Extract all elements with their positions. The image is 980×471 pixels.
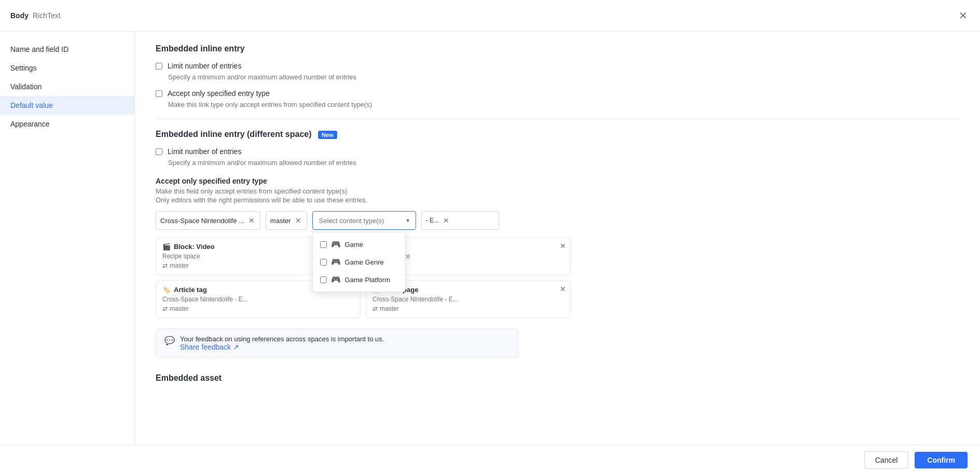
card-unit-remove[interactable]: ✕ (560, 242, 566, 250)
modal-title: Body RichText (10, 11, 61, 20)
new-badge: New (318, 131, 337, 139)
card-homepage-branch: ⇄ master (372, 305, 564, 312)
modal-header: Body RichText ✕ (0, 0, 980, 32)
limit-entries-label[interactable]: Limit number of entries (168, 62, 241, 70)
embedded-inline-different-section: Embedded inline entry (different space) … (156, 130, 959, 358)
accept-only-desc2: Only editors with the right permissions … (156, 196, 959, 204)
select-content-type-wrapper: Select content type(s) ▾ 🎮 Game (312, 211, 416, 230)
confirm-button[interactable]: Confirm (915, 452, 968, 468)
branch-icon-4: ⇄ (372, 305, 378, 312)
share-feedback-link[interactable]: Share feedback ↗ (180, 343, 384, 351)
dropdown-item-game-platform[interactable]: 🎮 Game Platform (313, 271, 405, 288)
space-tag-1-label: Cross-Space Nintendolife ... (160, 217, 244, 225)
sidebar: Name and field ID Settings Validation De… (0, 32, 135, 445)
game-genre-checkbox[interactable] (320, 259, 327, 266)
dropdown-item-game[interactable]: 🎮 Game (313, 236, 405, 253)
game-genre-label: Game Genre (345, 258, 384, 266)
limit-entries-desc-2: Specify a minimum and/or maximum allowed… (168, 159, 959, 167)
modal-body: Name and field ID Settings Validation De… (0, 32, 980, 445)
accept-type-label[interactable]: Accept only specified entry type (168, 89, 270, 98)
embedded-inline-entry-section: Embedded inline entry Limit number of en… (156, 44, 959, 108)
game-platform-icon: 🎮 (331, 275, 341, 284)
sidebar-item-validation[interactable]: Validation (0, 77, 134, 96)
section-title-different: Embedded inline entry (different space) … (156, 130, 959, 139)
space-tag-1-remove[interactable]: ✕ (247, 216, 256, 225)
card-article-tag-branch: ⇄ master (162, 305, 354, 312)
close-button[interactable]: ✕ (957, 7, 970, 24)
cancel-button[interactable]: Cancel (864, 451, 909, 469)
select-placeholder: Select content type(s) (319, 217, 384, 225)
card-block-video-icon: 🎬 (162, 243, 171, 251)
limit-entries-desc: Specify a minimum and/or maximum allowed… (168, 73, 959, 81)
select-content-type-button[interactable]: Select content type(s) ▾ (312, 211, 416, 230)
space-tag-2-remove[interactable]: ✕ (294, 216, 302, 225)
main-content: Embedded inline entry Limit number of en… (135, 32, 980, 445)
third-card-tag: - E... ✕ (421, 211, 499, 230)
accept-type-desc: Make this link type only accept entries … (168, 101, 959, 108)
sidebar-item-default-value[interactable]: Default value (0, 96, 134, 115)
space-tag-2: master ✕ (266, 211, 307, 230)
space-selector-row: Cross-Space Nintendolife ... ✕ master ✕ … (156, 211, 959, 230)
embedded-asset-title: Embedded asset (156, 373, 959, 383)
modal-title-type: RichText (33, 11, 61, 20)
game-genre-icon: 🎮 (331, 257, 341, 267)
accept-only-desc1: Make this field only accept entries from… (156, 187, 959, 195)
feedback-box: 💬 Your feedback on using references acro… (156, 328, 519, 358)
branch-icon: ⇄ (162, 262, 168, 269)
limit-entries-row-2: Limit number of entries (156, 147, 959, 156)
share-feedback-label: Share feedback (180, 343, 231, 351)
modal-title-text: Body (10, 11, 29, 20)
third-card-label: - E... (426, 217, 439, 224)
game-platform-checkbox[interactable] (320, 276, 327, 283)
accept-only-section: Accept only specified entry type Make th… (156, 177, 959, 204)
limit-entries-label-2[interactable]: Limit number of entries (168, 147, 241, 156)
game-checkbox[interactable] (320, 241, 327, 248)
game-platform-label: Game Platform (345, 276, 390, 284)
game-label: Game (345, 241, 363, 248)
space-tag-2-label: master (270, 217, 291, 225)
feedback-content: Your feedback on using references across… (180, 335, 384, 351)
branch-icon-3: ⇄ (162, 305, 168, 312)
space-tag-1: Cross-Space Nintendolife ... ✕ (156, 211, 260, 230)
dropdown-item-game-genre[interactable]: 🎮 Game Genre (313, 253, 405, 271)
limit-entries-checkbox-2[interactable] (156, 148, 162, 155)
accept-type-checkbox[interactable] (156, 90, 162, 97)
limit-entries-checkbox[interactable] (156, 63, 162, 70)
feedback-text: Your feedback on using references across… (180, 335, 384, 343)
content-type-dropdown: 🎮 Game 🎮 Game Genre 🎮 G (312, 232, 406, 292)
sidebar-item-name-and-field[interactable]: Name and field ID (0, 40, 134, 59)
limit-entries-row: Limit number of entries (156, 62, 959, 70)
chevron-down-icon: ▾ (406, 217, 409, 224)
card-homepage-subtitle: Cross-Space Nintendolife - E... (372, 296, 564, 303)
section-divider-1 (156, 119, 959, 119)
game-icon: 🎮 (331, 240, 341, 249)
accept-only-title: Accept only specified entry type (156, 177, 959, 185)
section-title-inline: Embedded inline entry (156, 44, 959, 53)
accept-type-row: Accept only specified entry type (156, 89, 959, 98)
embedded-asset-section: Embedded asset (156, 373, 959, 383)
modal-container: Body RichText ✕ Name and field ID Settin… (0, 0, 980, 471)
card-article-tag-subtitle: Cross-Space Nintendolife - E... (162, 296, 354, 303)
external-link-icon: ↗ (233, 343, 239, 351)
card-homepage-remove[interactable]: ✕ (560, 285, 566, 293)
modal-footer: Cancel Confirm (0, 445, 980, 471)
card-article-tag-icon: 🏷️ (162, 286, 171, 294)
feedback-icon: 💬 (164, 336, 175, 345)
third-card-remove[interactable]: ✕ (442, 216, 450, 225)
sidebar-item-appearance[interactable]: Appearance (0, 115, 134, 133)
sidebar-item-settings[interactable]: Settings (0, 59, 134, 77)
